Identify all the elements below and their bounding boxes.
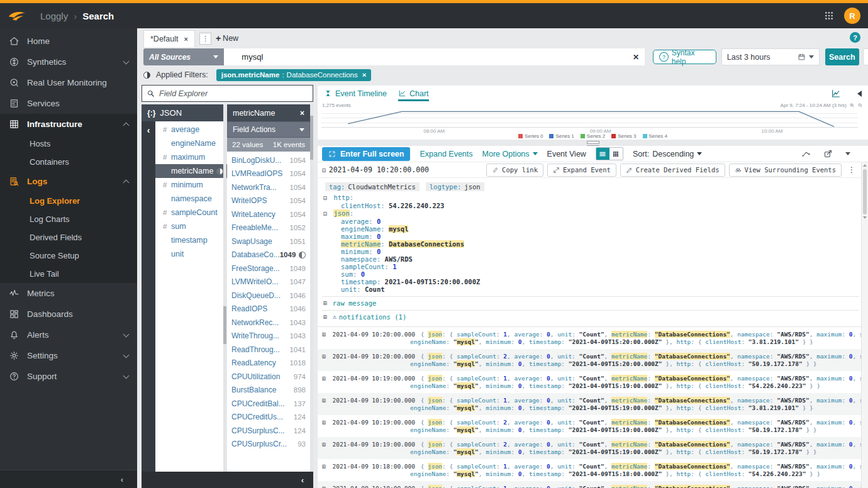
collapse-box-icon[interactable]: ⊟: [323, 194, 330, 201]
view-surrounding-events-button[interactable]: View Surrounding Events: [729, 164, 842, 177]
time-range-picker[interactable]: Last 3 hours: [721, 48, 820, 65]
sidebar-item-logs[interactable]: Logs: [0, 171, 137, 192]
field-average[interactable]: #average: [155, 123, 227, 136]
help-button[interactable]: ?: [850, 32, 860, 43]
raw-message-label[interactable]: raw message: [333, 299, 377, 307]
export-icon[interactable]: [823, 149, 833, 158]
field-value-writeiops[interactable]: WriteIOPS1054: [227, 194, 310, 208]
app-switcher-icon[interactable]: [824, 11, 834, 21]
sort-dropdown[interactable]: Sort: Descending: [633, 150, 702, 158]
log-event-row[interactable]: ⊞ 2021-04-09 10:19:00.000 { json: { samp…: [318, 393, 868, 415]
field-value-lvmreadiops[interactable]: LVMReadIOPS1054: [227, 167, 310, 181]
sidebar-item-log-charts[interactable]: Log Charts: [0, 210, 137, 228]
field-maximum[interactable]: #maximum: [155, 150, 227, 164]
log-event-row[interactable]: ⊞ 2021-04-09 10:19:00.000 { json: { samp…: [318, 371, 868, 393]
field-value-swapusage[interactable]: SwapUsage1051: [227, 235, 310, 248]
sidebar-item-infrastructure[interactable]: Infrastructure: [0, 114, 137, 135]
sidebar-collapse-bar[interactable]: ‹: [0, 470, 137, 488]
field-actions-dropdown[interactable]: Field Actions: [227, 121, 310, 138]
field-value-diskqueued[interactable]: DiskQueueD...1046: [227, 289, 310, 302]
tab-close-icon[interactable]: ×: [184, 35, 187, 43]
log-event-row[interactable]: ⊞ 2021-04-09 10:18:00.000 { json: { samp…: [318, 459, 868, 481]
notifications-label[interactable]: notifications (1): [339, 313, 406, 321]
expand-box-icon[interactable]: ⊞: [322, 463, 329, 470]
sidebar-item-containers[interactable]: Containers: [0, 153, 137, 171]
expand-box-icon[interactable]: ⊞: [322, 441, 329, 448]
field-value-databaseco[interactable]: DatabaseCo...1049: [227, 248, 310, 262]
expand-box-icon[interactable]: ⊞: [322, 331, 329, 338]
field-value-burstbalance[interactable]: BurstBalance898: [227, 384, 310, 397]
log-event-row[interactable]: ⊞ 2021-04-09 10:20:00.000 { json: { samp…: [318, 349, 868, 371]
collapse-panel-icon[interactable]: [857, 91, 862, 97]
event-menu-icon[interactable]: ⋮: [845, 165, 858, 174]
new-tab-button[interactable]: + New: [216, 33, 238, 43]
tab-event-timeline[interactable]: Event Timeline: [324, 86, 387, 101]
expand-box-icon[interactable]: ⊞: [322, 397, 329, 404]
back-chevron-icon[interactable]: ‹: [147, 125, 150, 135]
sidebar-item-source-setup[interactable]: Source Setup: [0, 247, 137, 265]
filter-chip-close-icon[interactable]: ×: [362, 71, 367, 79]
expand-box-icon[interactable]: ⊞: [322, 485, 329, 488]
sidebar-item-hosts[interactable]: Hosts: [0, 135, 137, 153]
field-value-writelatency[interactable]: WriteLatency1054: [227, 208, 310, 221]
sidebar-item-synthetics[interactable]: Synthetics: [0, 52, 137, 72]
events-scrollbar[interactable]: [861, 162, 868, 488]
field-timestamp[interactable]: timestamp: [155, 233, 227, 247]
sidebar-collapse-icon[interactable]: ‹: [121, 475, 123, 484]
expand-box-icon[interactable]: ⊞: [323, 313, 327, 321]
sidebar-item-home[interactable]: Home: [0, 31, 137, 52]
sidebar-item-settings[interactable]: Settings: [0, 345, 137, 366]
field-samplecount[interactable]: #sampleCount: [155, 206, 227, 219]
sidebar-item-real-user-monitoring[interactable]: Real User Monitoring: [0, 72, 137, 93]
applied-filters-toggle-icon[interactable]: [143, 72, 150, 79]
sources-dropdown[interactable]: All Sources: [143, 48, 224, 65]
field-value-cpuutilization[interactable]: CPUUtilization974: [227, 370, 310, 384]
field-explorer-collapse-bar[interactable]: ‹: [142, 472, 313, 488]
value-panel-close-icon[interactable]: ×: [300, 109, 304, 118]
log-event-row[interactable]: ⊞ 2021-04-09 10:19:00.000 { json: { samp…: [318, 437, 868, 459]
field-value-binlogdisku[interactable]: BinLogDiskU...1054: [227, 153, 310, 167]
filter-chip[interactable]: json.metricName : DatabaseConnections ×: [216, 69, 372, 81]
expand-box-icon[interactable]: ⊞: [322, 375, 329, 382]
field-value-readthroug[interactable]: ReadThroug...1041: [227, 343, 310, 357]
field-visibility-icon[interactable]: [216, 168, 223, 175]
sidebar-item-live-tail[interactable]: Live Tail: [0, 265, 137, 283]
field-sum[interactable]: #sum: [155, 219, 227, 233]
sidebar-item-dashboards[interactable]: Dashboards: [0, 304, 137, 324]
expand-event-button[interactable]: Expand Event: [547, 164, 616, 177]
create-derived-fields-button[interactable]: Create Derived Fields: [620, 164, 725, 177]
tab-chart[interactable]: Chart: [398, 86, 429, 101]
avatar[interactable]: R: [844, 8, 860, 24]
field-value-cpusurpluscr[interactable]: CPUSurplusCr...93: [227, 438, 310, 452]
grid-view-button[interactable]: [609, 148, 623, 160]
raw-message-row[interactable]: ⊞ raw message: [322, 296, 859, 307]
field-value-freeableme[interactable]: FreeableMe...1052: [227, 221, 310, 235]
field-value-cpucreditus[interactable]: CPUCreditUs...124: [227, 411, 310, 424]
scroll-up-icon[interactable]: [863, 164, 867, 167]
enter-fullscreen-button[interactable]: Enter Full screen: [322, 147, 410, 161]
field-namespace[interactable]: namespace: [155, 192, 227, 206]
field-value-readlatency[interactable]: ReadLatency1018: [227, 357, 310, 370]
field-enginename[interactable]: engineName: [155, 136, 227, 150]
log-event-row[interactable]: ⊞ 2021-04-09 10:20:00.000 { json: { samp…: [318, 327, 868, 349]
field-value-cpucreditbal[interactable]: CPUCreditBal...137: [227, 397, 310, 411]
chart-from-query-icon[interactable]: [801, 149, 811, 158]
field-value-readiops[interactable]: ReadIOPS1046: [227, 302, 310, 316]
field-value-freestorage[interactable]: FreeStorage...1049: [227, 262, 310, 275]
log-event-row[interactable]: ⊞ 2021-04-09 10:18:00.000 { json: { samp…: [318, 481, 868, 488]
field-explorer-collapse-icon[interactable]: ‹: [301, 475, 304, 485]
notifications-row[interactable]: ⊞ ⚠ notifications (1): [322, 310, 859, 323]
zoom-in-icon[interactable]: [849, 103, 855, 108]
field-unit[interactable]: unit: [155, 247, 227, 261]
expand-box-icon[interactable]: ⊞: [323, 299, 327, 307]
chart-plot[interactable]: [321, 108, 858, 128]
chevron-down-icon[interactable]: [845, 152, 850, 155]
scrollbar-thumb[interactable]: [863, 169, 867, 214]
sidebar-item-support[interactable]: Support: [0, 366, 137, 387]
breadcrumb-brand[interactable]: Loggly: [40, 11, 68, 21]
tab-menu-icon[interactable]: ⋮: [199, 33, 211, 45]
scroll-down-icon[interactable]: [863, 216, 867, 219]
more-options-dropdown[interactable]: More Options: [482, 150, 538, 158]
search-input[interactable]: mysql ✕: [224, 48, 645, 65]
zoom-out-icon[interactable]: [857, 103, 863, 108]
